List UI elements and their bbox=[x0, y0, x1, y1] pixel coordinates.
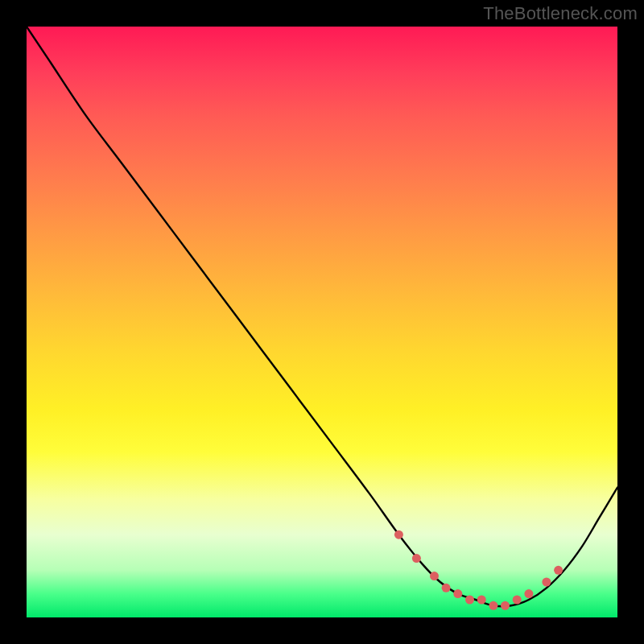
highlight-dot bbox=[524, 589, 533, 598]
highlight-dot bbox=[442, 584, 451, 592]
highlight-dot bbox=[394, 530, 403, 539]
highlight-dot bbox=[489, 601, 497, 610]
highlight-dot bbox=[554, 566, 563, 575]
curve-svg bbox=[27, 27, 617, 617]
bottleneck-curve bbox=[27, 27, 617, 606]
highlight-dot bbox=[513, 596, 522, 605]
plot-area bbox=[27, 27, 617, 617]
highlight-dot bbox=[453, 589, 462, 598]
highlight-dots bbox=[394, 530, 563, 610]
highlight-dot bbox=[430, 572, 439, 580]
highlight-dot bbox=[501, 601, 510, 610]
highlight-dot bbox=[477, 596, 486, 605]
highlight-dot bbox=[412, 554, 421, 563]
highlight-dot bbox=[542, 578, 551, 587]
highlight-dot bbox=[465, 596, 474, 605]
watermark-text: TheBottleneck.com bbox=[483, 3, 638, 24]
chart-frame: TheBottleneck.com bbox=[0, 0, 644, 644]
